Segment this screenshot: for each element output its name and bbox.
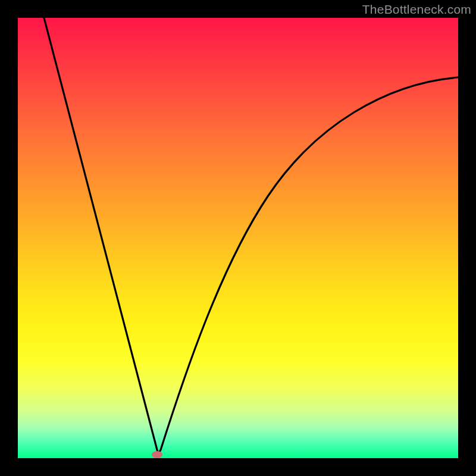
bottleneck-curve — [18, 18, 458, 458]
curve-path — [44, 18, 458, 452]
minimum-marker — [152, 451, 162, 458]
chart-frame: TheBottleneck.com — [0, 0, 476, 476]
watermark-text: TheBottleneck.com — [362, 2, 471, 17]
